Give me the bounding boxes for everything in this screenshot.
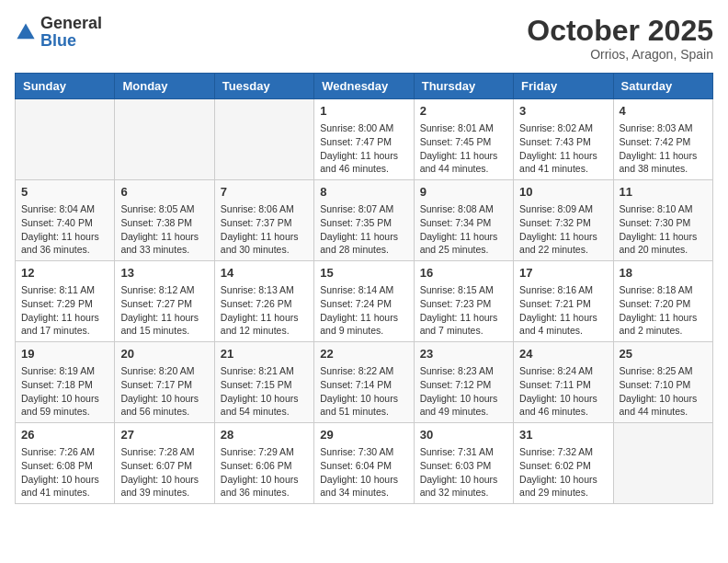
day-info: Sunrise: 8:12 AM Sunset: 7:27 PM Dayligh… [120,283,208,338]
calendar-cell: 10Sunrise: 8:09 AM Sunset: 7:32 PM Dayli… [514,180,613,261]
calendar-cell: 20Sunrise: 8:20 AM Sunset: 7:17 PM Dayli… [115,342,214,423]
day-number: 19 [21,346,108,362]
logo-icon [15,21,37,43]
day-number: 31 [519,427,607,443]
day-info: Sunrise: 8:00 AM Sunset: 7:47 PM Dayligh… [320,121,407,176]
calendar-cell: 9Sunrise: 8:08 AM Sunset: 7:34 PM Daylig… [414,180,513,261]
calendar-cell: 12Sunrise: 8:11 AM Sunset: 7:29 PM Dayli… [16,261,115,342]
calendar-cell: 26Sunrise: 7:26 AM Sunset: 6:08 PM Dayli… [16,422,115,503]
day-info: Sunrise: 7:28 AM Sunset: 6:07 PM Dayligh… [120,445,208,500]
day-number: 14 [221,265,308,282]
calendar-week-row: 5Sunrise: 8:04 AM Sunset: 7:40 PM Daylig… [16,180,713,261]
day-info: Sunrise: 8:25 AM Sunset: 7:10 PM Dayligh… [620,364,707,419]
day-info: Sunrise: 8:06 AM Sunset: 7:37 PM Dayligh… [221,202,308,257]
logo-text-blue: Blue [40,31,76,50]
day-of-week-header: Saturday [613,74,712,99]
day-info: Sunrise: 8:18 AM Sunset: 7:20 PM Dayligh… [620,283,707,338]
day-info: Sunrise: 8:08 AM Sunset: 7:34 PM Dayligh… [420,202,507,257]
calendar-cell: 31Sunrise: 7:32 AM Sunset: 6:02 PM Dayli… [514,422,613,503]
day-info: Sunrise: 8:13 AM Sunset: 7:26 PM Dayligh… [221,283,308,338]
day-info: Sunrise: 8:10 AM Sunset: 7:30 PM Dayligh… [620,202,707,257]
day-of-week-header: Friday [514,74,613,99]
title-block: October 2025 Orrios, Aragon, Spain [527,15,713,62]
calendar-cell: 19Sunrise: 8:19 AM Sunset: 7:18 PM Dayli… [16,342,115,423]
calendar-cell: 3Sunrise: 8:02 AM Sunset: 7:43 PM Daylig… [514,99,613,180]
calendar-week-row: 12Sunrise: 8:11 AM Sunset: 7:29 PM Dayli… [16,261,713,342]
calendar-cell: 8Sunrise: 8:07 AM Sunset: 7:35 PM Daylig… [314,180,414,261]
day-number: 5 [21,184,108,201]
calendar-cell: 14Sunrise: 8:13 AM Sunset: 7:26 PM Dayli… [214,261,313,342]
calendar-cell: 27Sunrise: 7:28 AM Sunset: 6:07 PM Dayli… [115,422,214,503]
page-title: October 2025 [527,15,713,47]
day-info: Sunrise: 8:16 AM Sunset: 7:21 PM Dayligh… [519,283,607,338]
calendar-cell: 7Sunrise: 8:06 AM Sunset: 7:37 PM Daylig… [214,180,313,261]
day-info: Sunrise: 8:05 AM Sunset: 7:38 PM Dayligh… [120,202,208,257]
calendar-cell: 13Sunrise: 8:12 AM Sunset: 7:27 PM Dayli… [115,261,214,342]
calendar-cell [214,99,313,180]
calendar-cell: 30Sunrise: 7:31 AM Sunset: 6:03 PM Dayli… [414,422,513,503]
day-info: Sunrise: 8:09 AM Sunset: 7:32 PM Dayligh… [519,202,607,257]
day-info: Sunrise: 8:22 AM Sunset: 7:14 PM Dayligh… [320,364,407,419]
day-info: Sunrise: 8:04 AM Sunset: 7:40 PM Dayligh… [21,202,108,257]
day-info: Sunrise: 7:30 AM Sunset: 6:04 PM Dayligh… [320,445,407,500]
calendar-header-row: SundayMondayTuesdayWednesdayThursdayFrid… [16,74,713,99]
day-number: 23 [420,346,507,362]
day-info: Sunrise: 8:19 AM Sunset: 7:18 PM Dayligh… [21,364,108,419]
calendar-cell: 6Sunrise: 8:05 AM Sunset: 7:38 PM Daylig… [115,180,214,261]
calendar-cell: 1Sunrise: 8:00 AM Sunset: 7:47 PM Daylig… [314,99,414,180]
day-info: Sunrise: 8:01 AM Sunset: 7:45 PM Dayligh… [420,121,507,176]
day-info: Sunrise: 8:20 AM Sunset: 7:17 PM Dayligh… [120,364,208,419]
day-number: 11 [620,184,707,201]
day-number: 21 [221,346,308,362]
day-of-week-header: Wednesday [314,74,414,99]
day-info: Sunrise: 8:14 AM Sunset: 7:24 PM Dayligh… [320,283,407,338]
day-info: Sunrise: 7:26 AM Sunset: 6:08 PM Dayligh… [21,445,108,500]
calendar-cell: 18Sunrise: 8:18 AM Sunset: 7:20 PM Dayli… [613,261,712,342]
day-number: 8 [320,184,407,201]
calendar-cell: 15Sunrise: 8:14 AM Sunset: 7:24 PM Dayli… [314,261,414,342]
day-number: 15 [320,265,407,282]
day-number: 4 [620,103,707,120]
day-number: 17 [519,265,607,282]
day-number: 20 [120,346,208,362]
day-number: 28 [221,427,308,443]
calendar-cell [115,99,214,180]
day-number: 3 [519,103,607,120]
calendar-cell: 11Sunrise: 8:10 AM Sunset: 7:30 PM Dayli… [613,180,712,261]
day-number: 22 [320,346,407,362]
calendar-cell: 22Sunrise: 8:22 AM Sunset: 7:14 PM Dayli… [314,342,414,423]
day-number: 16 [420,265,507,282]
day-number: 10 [519,184,607,201]
day-number: 2 [420,103,507,120]
calendar-week-row: 19Sunrise: 8:19 AM Sunset: 7:18 PM Dayli… [16,342,713,423]
day-of-week-header: Tuesday [214,74,313,99]
calendar-week-row: 1Sunrise: 8:00 AM Sunset: 7:47 PM Daylig… [16,99,713,180]
page-header: General Blue October 2025 Orrios, Aragon… [15,15,713,62]
day-info: Sunrise: 8:21 AM Sunset: 7:15 PM Dayligh… [221,364,308,419]
day-of-week-header: Monday [115,74,214,99]
calendar-week-row: 26Sunrise: 7:26 AM Sunset: 6:08 PM Dayli… [16,422,713,503]
day-number: 29 [320,427,407,443]
calendar-cell: 28Sunrise: 7:29 AM Sunset: 6:06 PM Dayli… [214,422,313,503]
calendar-cell: 2Sunrise: 8:01 AM Sunset: 7:45 PM Daylig… [414,99,513,180]
day-info: Sunrise: 8:03 AM Sunset: 7:42 PM Dayligh… [620,121,707,176]
day-number: 24 [519,346,607,362]
calendar-cell: 21Sunrise: 8:21 AM Sunset: 7:15 PM Dayli… [214,342,313,423]
day-info: Sunrise: 7:32 AM Sunset: 6:02 PM Dayligh… [519,445,607,500]
day-info: Sunrise: 8:23 AM Sunset: 7:12 PM Dayligh… [420,364,507,419]
calendar-cell: 17Sunrise: 8:16 AM Sunset: 7:21 PM Dayli… [514,261,613,342]
day-number: 27 [120,427,208,443]
svg-marker-0 [17,23,34,39]
calendar-cell: 25Sunrise: 8:25 AM Sunset: 7:10 PM Dayli… [613,342,712,423]
day-number: 18 [620,265,707,282]
day-info: Sunrise: 8:24 AM Sunset: 7:11 PM Dayligh… [519,364,607,419]
day-info: Sunrise: 7:29 AM Sunset: 6:06 PM Dayligh… [221,445,308,500]
calendar-cell: 5Sunrise: 8:04 AM Sunset: 7:40 PM Daylig… [16,180,115,261]
day-number: 30 [420,427,507,443]
day-info: Sunrise: 8:11 AM Sunset: 7:29 PM Dayligh… [21,283,108,338]
day-number: 1 [320,103,407,120]
calendar-table: SundayMondayTuesdayWednesdayThursdayFrid… [15,73,713,504]
logo: General Blue [15,15,102,50]
day-number: 26 [21,427,108,443]
day-info: Sunrise: 8:02 AM Sunset: 7:43 PM Dayligh… [519,121,607,176]
